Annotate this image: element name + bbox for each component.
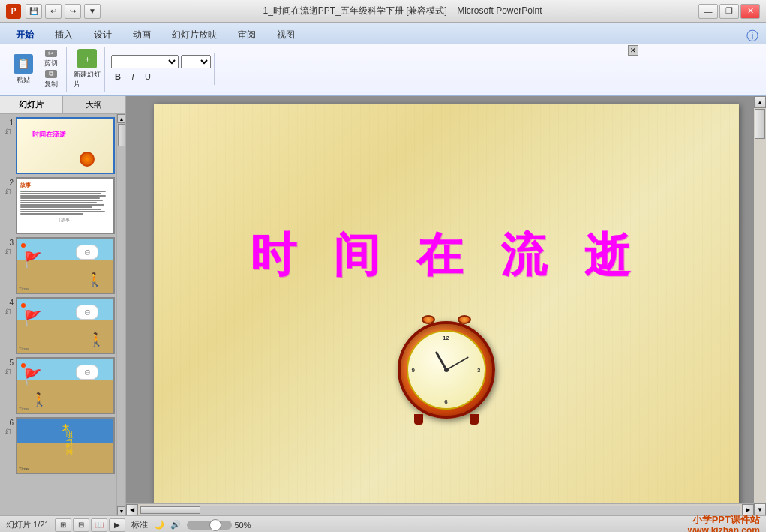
save-button[interactable]: 💾: [26, 4, 42, 19]
cut-icon: ✂: [45, 50, 57, 57]
slide-canvas[interactable]: 时 间 在 流 逝 12 3 6 9: [154, 104, 739, 509]
copy-icon: ⧉: [45, 70, 57, 78]
scroll-up-button[interactable]: ▲: [117, 114, 125, 123]
slide-thumb-2[interactable]: 2 幻 故事: [3, 177, 113, 234]
ribbon: 开始 插入 设计 动画 幻灯片放映 审阅 视图 ⓘ 📋 粘贴 ✂ 剪切 ⧉ 复制: [0, 23, 766, 96]
slideshow-button[interactable]: ▶: [109, 518, 125, 532]
copy-button[interactable]: ⧉ 复制: [39, 70, 63, 89]
app-icon: P: [6, 4, 21, 19]
clock-leg-left: [414, 414, 423, 425]
font-size-select[interactable]: [181, 55, 211, 68]
clock-bell-left: [422, 315, 435, 324]
paste-button[interactable]: 📋 粘贴: [9, 48, 38, 90]
undo-button[interactable]: ↩: [45, 4, 62, 19]
left-panel-scrollbar[interactable]: ▲ ▼: [116, 114, 125, 515]
view-buttons: ⊞ ⊟ 📖 ▶: [55, 518, 125, 532]
clock-center: [444, 368, 449, 372]
bold-button[interactable]: B: [111, 70, 125, 83]
slide-label-6: 幻: [5, 428, 11, 436]
slide-title[interactable]: 时 间 在 流 逝: [250, 224, 642, 287]
slide-clock-image[interactable]: 12 3 6 9: [398, 321, 495, 419]
tab-review[interactable]: 审阅: [228, 26, 266, 44]
scroll-down-button[interactable]: ▼: [117, 506, 125, 515]
normal-view-button[interactable]: ⊞: [55, 518, 71, 532]
tab-view[interactable]: 视图: [267, 26, 305, 44]
slide-number-1: 1: [3, 119, 14, 127]
hscroll-right-button[interactable]: ▶: [742, 504, 754, 516]
reading-view-button[interactable]: 📖: [91, 518, 107, 532]
close-button[interactable]: ✕: [740, 4, 760, 19]
slide-thumb-box-6[interactable]: 太 阳 与 时 间 Time: [16, 417, 115, 474]
minimize-button[interactable]: —: [698, 4, 718, 19]
font-family-select[interactable]: [111, 55, 179, 68]
tab-design[interactable]: 设计: [84, 26, 122, 44]
slide-thumbnails[interactable]: 1 幻 时间在流逝 2: [0, 114, 116, 515]
panel-close-button[interactable]: ✕: [628, 45, 638, 56]
slide-thumb-3[interactable]: 3 幻 🚩 💬 🚶 Time: [3, 237, 113, 294]
slide-count-label: 幻灯片 1/21: [6, 519, 49, 530]
slide-thumb-box-1[interactable]: 时间在流逝: [16, 117, 115, 174]
slide-thumb-5[interactable]: 5 幻 🚩 💬 🚶 Time: [3, 357, 113, 414]
canvas-texture: [154, 104, 739, 509]
slide-thumb-box-4[interactable]: 🚩 💬 🚶 Time: [16, 297, 115, 354]
slide-label-5: 幻: [5, 368, 11, 376]
italic-button[interactable]: I: [126, 70, 140, 83]
tab-slideshow[interactable]: 幻灯片放映: [162, 26, 227, 44]
new-slide-button[interactable]: ＋ 新建幻灯片: [73, 48, 101, 90]
ribbon-tabs: 开始 插入 设计 动画 幻灯片放映 审阅 视图 ⓘ: [0, 23, 766, 44]
clock-leg-right: [470, 414, 479, 425]
redo-button[interactable]: ↪: [65, 4, 81, 19]
slide-thumb-4[interactable]: 4 幻 🚩 💬 🚶 Time: [3, 297, 113, 354]
slide-thumb-box-5[interactable]: 🚩 💬 🚶 Time: [16, 357, 115, 414]
hscroll-left-button[interactable]: ◀: [126, 504, 138, 516]
status-bar: 幻灯片 1/21 ⊞ ⊟ 📖 ▶ 标准 🌙 🔊 50% 小学PPT课件站 www…: [0, 515, 766, 532]
slide-thumb-box-3[interactable]: 🚩 💬 🚶 Time: [16, 237, 115, 294]
canvas-vscroll-thumb[interactable]: [755, 109, 765, 139]
zoom-slider[interactable]: [187, 521, 232, 530]
slide-number-5: 5: [3, 359, 14, 367]
hscroll-thumb[interactable]: [140, 506, 200, 514]
moon-icon: 🌙: [154, 520, 164, 530]
tab-animation[interactable]: 动画: [123, 26, 161, 44]
panel-tab-outline[interactable]: 大纲: [63, 96, 126, 113]
customize-quick-access-button[interactable]: ▼: [84, 4, 101, 19]
slide-sorter-button[interactable]: ⊟: [73, 518, 89, 532]
zoom-thumb[interactable]: [209, 519, 221, 531]
watermark-line2: www.kjzhan.com: [688, 525, 760, 532]
panel-tab-slides[interactable]: 幻灯片: [0, 96, 63, 113]
canvas-scroll-down[interactable]: ▼: [754, 503, 766, 515]
tab-home[interactable]: 开始: [6, 26, 44, 44]
window-controls: — ❐ ✕: [698, 4, 760, 19]
zoom-area: 50%: [187, 521, 251, 530]
slides-group: ＋ 新建幻灯片: [70, 47, 105, 92]
slide-thumb-box-2[interactable]: 故事: [16, 177, 115, 234]
new-slide-icon: ＋: [77, 49, 97, 68]
canvas-vscroll-track: [754, 108, 766, 503]
slide-number-4: 4: [3, 299, 14, 307]
watermark-label: 小学PPT课件站 www.kjzhan.com: [688, 514, 760, 532]
help-button[interactable]: ⓘ: [745, 29, 760, 44]
underline-button[interactable]: U: [141, 70, 155, 83]
slide-number-6: 6: [3, 419, 14, 427]
speaker-icon: 🔊: [170, 520, 181, 530]
scroll-thumb[interactable]: [118, 124, 125, 146]
clipboard-group: 📋 粘贴 ✂ 剪切 ⧉ 复制: [6, 47, 67, 92]
slide-thumb-6[interactable]: 6 幻 太 阳 与 时 间 Time: [3, 417, 113, 474]
clock-minute-hand: [446, 356, 468, 371]
panel-tabs: 幻灯片 大纲: [0, 96, 125, 114]
slide-label-4: 幻: [5, 308, 11, 316]
slide-label-1: 幻: [5, 128, 11, 136]
canvas-scroll-up[interactable]: ▲: [754, 96, 766, 108]
clock-bell-right: [458, 315, 471, 324]
restore-button[interactable]: ❐: [719, 4, 739, 19]
theme-label: 标准: [131, 519, 148, 530]
clock-face: 12 3 6 9: [407, 330, 486, 410]
window-title: 1_时间在流逝PPT_五年级科学下册 [兼容模式] – Microsoft Po…: [107, 5, 698, 17]
slide-number-3: 3: [3, 239, 14, 247]
slide-thumb-1[interactable]: 1 幻 时间在流逝: [3, 117, 113, 174]
hscroll-track: [140, 506, 740, 515]
cut-button[interactable]: ✂ 剪切: [39, 49, 63, 68]
tab-insert[interactable]: 插入: [45, 26, 83, 44]
status-left: 幻灯片 1/21 ⊞ ⊟ 📖 ▶ 标准 🌙 🔊 50%: [6, 518, 679, 532]
slide-label-2: 幻: [5, 188, 11, 196]
